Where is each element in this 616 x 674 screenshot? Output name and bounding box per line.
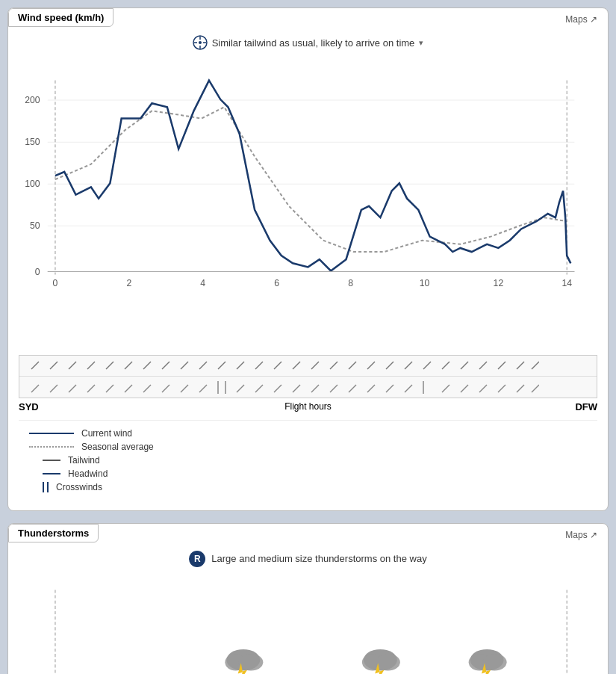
storm-icon-1: [225, 649, 263, 674]
svg-line-64: [199, 385, 207, 392]
legend-current-wind: Current wind: [29, 428, 587, 439]
svg-line-29: [69, 362, 76, 369]
svg-line-82: [517, 385, 524, 392]
wind-status-chevron[interactable]: ▾: [419, 38, 423, 48]
origin-label-wind: SYD: [19, 401, 47, 412]
storm-status-icon: R: [189, 551, 205, 567]
svg-line-55: [31, 385, 39, 392]
svg-text:200: 200: [25, 95, 40, 105]
svg-text:14: 14: [561, 278, 572, 288]
svg-line-30: [87, 362, 95, 369]
storm-icon-2: [362, 649, 400, 674]
svg-line-72: [330, 385, 337, 392]
thunderstorm-maps-link[interactable]: Maps ↗: [565, 530, 597, 540]
svg-line-34: [162, 362, 169, 369]
svg-line-71: [311, 385, 319, 392]
svg-point-93: [376, 654, 400, 670]
legend-headwind-label: Headwind: [68, 469, 108, 479]
tailwind-compass-icon: [193, 35, 208, 50]
destination-label-wind: DFW: [569, 401, 597, 412]
svg-line-63: [181, 385, 188, 392]
svg-line-81: [498, 385, 505, 392]
wind-maps-link[interactable]: Maps ↗: [565, 14, 597, 25]
svg-line-69: [274, 385, 281, 392]
svg-line-50: [461, 362, 468, 369]
svg-line-67: [237, 385, 244, 392]
svg-line-51: [479, 362, 487, 369]
wind-chart-svg: 200 150 100 50 0: [19, 58, 597, 355]
svg-line-76: [405, 385, 412, 392]
legend-headwind: Headwind: [29, 469, 587, 479]
svg-line-83: [532, 385, 539, 392]
svg-text:50: 50: [30, 220, 40, 231]
headwind-band: [24, 377, 539, 397]
svg-line-74: [367, 385, 375, 392]
legend-crosswind-bar2: [47, 482, 49, 492]
svg-line-31: [106, 362, 113, 369]
svg-line-56: [50, 385, 57, 392]
svg-text:100: 100: [25, 179, 40, 189]
seasonal-average-line: [55, 107, 567, 252]
legend-headwind-line: [43, 473, 60, 474]
svg-text:150: 150: [25, 137, 40, 147]
svg-line-73: [349, 385, 356, 392]
wind-speed-card: Wind speed (km/h) Maps ↗ Similar tailwin…: [7, 7, 609, 511]
wind-chart-container: 200 150 100 50 0: [19, 58, 597, 412]
svg-line-80: [479, 385, 487, 392]
svg-line-52: [498, 362, 505, 369]
svg-line-39: [255, 362, 263, 369]
wind-legend: Current wind Seasonal average Tailwind H…: [19, 420, 597, 500]
svg-line-47: [405, 362, 412, 369]
x-axis-label-wind: Flight hours: [284, 401, 332, 412]
thunderstorm-card-title: Thunderstorms: [8, 524, 99, 542]
svg-line-37: [218, 362, 225, 369]
svg-point-1: [199, 41, 202, 44]
storm-icon-3: [469, 649, 507, 674]
legend-current-wind-label: Current wind: [81, 428, 132, 439]
svg-line-60: [125, 385, 132, 392]
svg-line-33: [143, 362, 151, 369]
legend-crosswinds-label: Crosswinds: [56, 482, 102, 492]
svg-line-79: [461, 385, 468, 392]
svg-point-89: [239, 654, 264, 670]
svg-text:0: 0: [53, 278, 58, 288]
svg-text:2: 2: [126, 278, 131, 288]
svg-text:4: 4: [200, 278, 205, 288]
legend-seasonal-avg: Seasonal average: [29, 442, 587, 452]
thunderstorm-card: Thunderstorms Maps ↗ R Large and medium …: [7, 523, 609, 674]
svg-line-49: [442, 362, 449, 369]
svg-line-27: [31, 362, 39, 369]
svg-line-41: [293, 362, 300, 369]
legend-tailwind-line: [43, 460, 60, 461]
svg-line-45: [367, 362, 375, 369]
current-wind-line: [55, 81, 570, 271]
svg-line-57: [69, 385, 76, 392]
legend-crosswind-bar1: [43, 482, 44, 492]
storm-chart-container: 0 2 4 6 8 10 12 14 SYD Flight hours DFW: [19, 575, 597, 674]
svg-line-62: [162, 385, 169, 392]
legend-crosswinds: Crosswinds: [29, 482, 587, 492]
svg-line-58: [87, 385, 95, 392]
svg-line-68: [255, 385, 263, 392]
svg-line-48: [423, 362, 431, 369]
svg-line-38: [237, 362, 244, 369]
svg-line-78: [442, 385, 449, 392]
storm-status-text: Large and medium size thunderstorms on t…: [211, 553, 426, 564]
legend-tailwind: Tailwind: [29, 455, 587, 466]
svg-line-53: [517, 362, 524, 369]
svg-line-43: [330, 362, 337, 369]
svg-line-44: [349, 362, 356, 369]
wind-card-title: Wind speed (km/h): [8, 8, 113, 27]
svg-line-36: [199, 362, 207, 369]
legend-crosswind-symbol: [43, 482, 49, 492]
svg-text:0: 0: [35, 267, 40, 277]
svg-line-61: [143, 385, 151, 392]
svg-text:10: 10: [420, 278, 430, 288]
svg-line-28: [50, 362, 57, 369]
svg-text:8: 8: [348, 278, 353, 288]
svg-line-32: [125, 362, 132, 369]
x-axis-center-label-wind: Flight hours: [47, 401, 569, 412]
svg-line-40: [274, 362, 281, 369]
legend-seasonal-avg-label: Seasonal average: [81, 442, 154, 452]
tailwind-band: [24, 356, 539, 375]
